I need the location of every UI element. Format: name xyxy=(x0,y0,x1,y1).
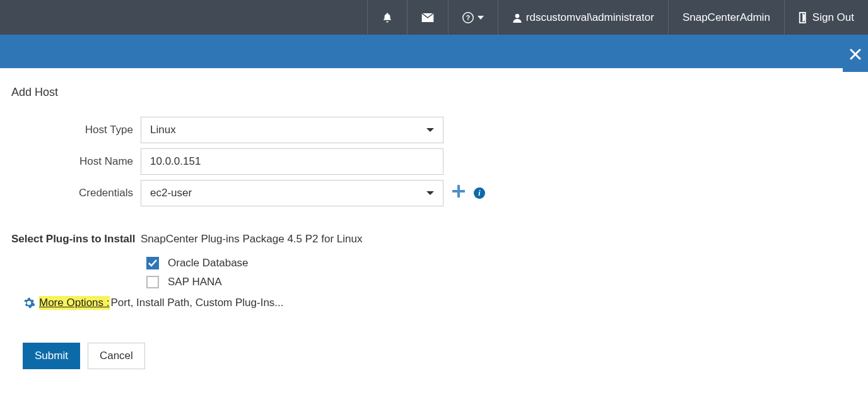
host-type-label: Host Type xyxy=(11,124,141,136)
info-icon[interactable]: i xyxy=(474,187,485,199)
svg-text:?: ? xyxy=(466,13,470,21)
host-name-row: Host Name xyxy=(11,148,857,175)
chevron-down-icon xyxy=(478,16,484,20)
checkbox-icon xyxy=(146,257,159,269)
plugins-section-subtitle: SnapCenter Plug-ins Package 4.5 P2 for L… xyxy=(141,233,363,245)
submit-button[interactable]: Submit xyxy=(23,343,80,369)
credentials-select[interactable]: ec2-user xyxy=(141,180,443,206)
role-label-item[interactable]: SnapCenterAdmin xyxy=(669,0,785,35)
plugins-section: Select Plug-ins to Install SnapCenter Pl… xyxy=(11,233,857,288)
cancel-button[interactable]: Cancel xyxy=(88,343,145,369)
checkbox-icon xyxy=(146,276,159,288)
more-options-link[interactable]: More Options : xyxy=(39,296,110,310)
host-type-row: Host Type Linux xyxy=(11,117,857,143)
gear-icon xyxy=(23,297,35,309)
user-menu[interactable]: rdscustomval\administrator xyxy=(498,0,669,35)
more-options-row: More Options : Port, Install Path, Custo… xyxy=(23,296,857,310)
add-credential-button[interactable] xyxy=(452,185,465,201)
bell-icon xyxy=(382,12,393,23)
add-host-form: Add Host Host Type Linux Host Name Crede… xyxy=(0,68,868,369)
username-label: rdscustomval\administrator xyxy=(526,11,654,24)
top-header: ? rdscustomval\administrator SnapCenterA… xyxy=(0,0,868,35)
plugins-section-title: Select Plug-ins to Install xyxy=(11,233,135,245)
close-button[interactable] xyxy=(843,38,868,72)
panel-header xyxy=(0,35,868,68)
close-icon xyxy=(850,47,861,64)
plugin-checkbox-saphana[interactable]: SAP HANA xyxy=(146,276,857,288)
chevron-down-icon xyxy=(426,128,434,132)
plugin-list: Oracle Database SAP HANA xyxy=(11,257,857,288)
host-name-input[interactable] xyxy=(141,148,443,175)
user-icon xyxy=(512,13,522,23)
button-row: Submit Cancel xyxy=(23,343,857,369)
plugin-checkbox-oracle[interactable]: Oracle Database xyxy=(146,257,857,269)
more-options-desc: Port, Install Path, Custom Plug-Ins... xyxy=(111,297,284,309)
messages-button[interactable] xyxy=(408,0,449,35)
plugin-label: Oracle Database xyxy=(168,257,249,269)
chevron-down-icon xyxy=(426,191,434,195)
signout-icon xyxy=(799,12,809,23)
signout-label: Sign Out xyxy=(812,11,854,24)
help-icon: ? xyxy=(462,12,474,23)
notifications-button[interactable] xyxy=(367,0,408,35)
host-type-select[interactable]: Linux xyxy=(141,117,443,143)
credentials-label: Credentials xyxy=(11,187,141,199)
credentials-value: ec2-user xyxy=(150,187,192,199)
plugin-label: SAP HANA xyxy=(168,276,222,288)
signout-button[interactable]: Sign Out xyxy=(785,0,868,35)
credentials-row: Credentials ec2-user i xyxy=(11,180,857,206)
envelope-icon xyxy=(421,13,434,22)
role-label: SnapCenterAdmin xyxy=(683,11,770,24)
page-title: Add Host xyxy=(11,86,857,99)
help-dropdown[interactable]: ? xyxy=(449,0,498,35)
svg-point-2 xyxy=(515,14,519,18)
host-type-value: Linux xyxy=(150,124,176,136)
host-name-label: Host Name xyxy=(11,155,141,168)
